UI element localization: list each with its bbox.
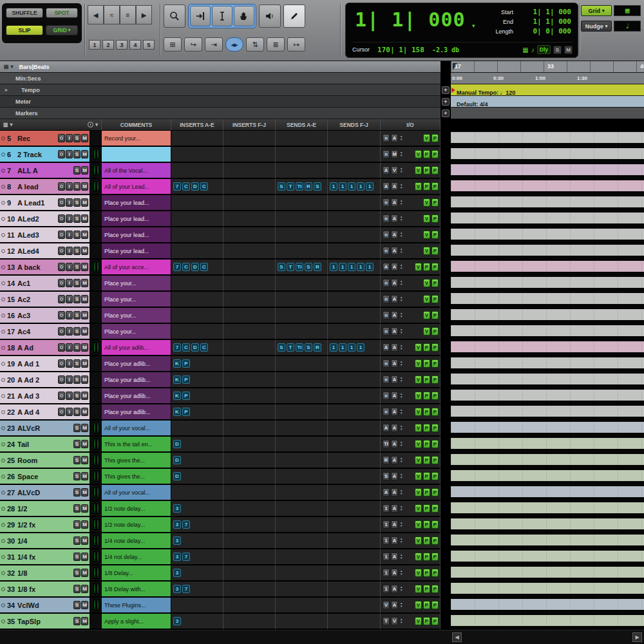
- send-slot-button[interactable]: 1: [330, 182, 337, 191]
- insert-plugin-button[interactable]: D: [191, 182, 199, 191]
- inserts-a-e-cell[interactable]: [171, 243, 223, 260]
- volume-button[interactable]: V: [415, 504, 422, 513]
- io-input-button[interactable]: 1: [383, 536, 390, 545]
- solo-button[interactable]: S: [73, 472, 80, 480]
- io-output-button[interactable]: A: [391, 504, 398, 513]
- zoom-toggle-button[interactable]: ⊞: [164, 37, 182, 52]
- column-header-inserts-a-e[interactable]: INSERTS A-E: [171, 119, 223, 130]
- timeline-lane[interactable]: [451, 147, 644, 163]
- io-output-button[interactable]: A: [391, 327, 398, 336]
- record-enable-button[interactable]: [58, 343, 65, 352]
- pan-right-button[interactable]: P: [431, 520, 439, 529]
- record-enable-button[interactable]: [58, 375, 65, 384]
- scrubber-tool-button[interactable]: [259, 5, 281, 28]
- io-updown-icon[interactable]: ▲▼: [400, 489, 402, 495]
- io-updown-icon[interactable]: ▲▼: [400, 473, 402, 479]
- io-cell[interactable]: TV▲▼VPP: [381, 614, 440, 630]
- send-slot-button[interactable]: T: [287, 343, 294, 352]
- track-name-cell[interactable]: 10ALed2ISM: [0, 211, 90, 227]
- inserts-f-j-cell[interactable]: [223, 163, 276, 179]
- mute-button[interactable]: M: [81, 311, 88, 319]
- io-output-button[interactable]: A: [391, 536, 398, 545]
- inserts-f-j-cell[interactable]: [223, 582, 276, 598]
- io-updown-icon[interactable]: ▲▼: [400, 200, 402, 205]
- insert-plugin-button[interactable]: P: [182, 392, 190, 400]
- sends-a-e-cell[interactable]: [276, 614, 328, 630]
- mute-button[interactable]: M: [81, 295, 88, 303]
- zoom-preset-2-button[interactable]: 2: [102, 40, 114, 50]
- input-monitor-button[interactable]: I: [66, 279, 73, 287]
- pan-right-button[interactable]: P: [431, 488, 439, 497]
- grid-indicator-icon[interactable]: ▦: [522, 46, 528, 53]
- inserts-f-j-cell[interactable]: [223, 324, 276, 340]
- sends-a-e-cell[interactable]: [276, 243, 328, 260]
- timeline-lane[interactable]: [451, 308, 644, 324]
- io-output-button[interactable]: A: [391, 263, 398, 271]
- io-output-button[interactable]: A: [391, 182, 398, 191]
- io-updown-icon[interactable]: ▲▼: [400, 296, 402, 302]
- inserts-f-j-cell[interactable]: [223, 485, 276, 501]
- inserts-a-e-cell[interactable]: 3: [171, 565, 223, 582]
- timeline-lane[interactable]: [451, 340, 644, 356]
- track-comment-cell[interactable]: All of your adlib...: [102, 340, 171, 356]
- io-cell[interactable]: nM▲▼VPP: [381, 147, 440, 163]
- inserts-a-e-cell[interactable]: [171, 163, 223, 179]
- input-monitor-button[interactable]: I: [66, 182, 73, 191]
- inserts-a-e-cell[interactable]: [171, 308, 223, 324]
- pan-right-button[interactable]: P: [431, 375, 439, 384]
- inserts-a-e-cell[interactable]: [171, 195, 223, 211]
- input-monitor-button[interactable]: I: [66, 231, 73, 239]
- insert-plugin-button[interactable]: C: [182, 343, 190, 352]
- inserts-a-e-cell[interactable]: [171, 485, 223, 501]
- io-output-button[interactable]: A: [391, 247, 398, 255]
- io-updown-icon[interactable]: ▲▼: [400, 248, 402, 254]
- inserts-a-e-cell[interactable]: 37: [171, 517, 223, 533]
- io-output-button[interactable]: A: [391, 408, 398, 416]
- io-output-button[interactable]: A: [391, 359, 398, 368]
- io-input-button[interactable]: R: [383, 456, 390, 464]
- volume-button[interactable]: V: [415, 359, 422, 368]
- volume-button[interactable]: V: [423, 231, 430, 239]
- sends-a-e-cell[interactable]: [276, 469, 328, 485]
- inserts-f-j-cell[interactable]: [223, 308, 276, 324]
- inserts-a-e-cell[interactable]: [171, 292, 223, 308]
- track-name-cell[interactable]: 7ALL ASM: [0, 163, 90, 179]
- end-value[interactable]: 1| 1| 000: [518, 17, 571, 26]
- send-slot-button[interactable]: S: [305, 263, 312, 271]
- track-comment-cell[interactable]: Place your lead...: [102, 243, 171, 260]
- pan-right-button[interactable]: P: [431, 553, 439, 561]
- insert-plugin-button[interactable]: K: [173, 408, 181, 416]
- smart-tool-group[interactable]: [188, 4, 256, 28]
- track-comment-cell[interactable]: Place your lead...: [102, 227, 171, 243]
- io-input-button[interactable]: n: [383, 392, 390, 400]
- sends-f-j-cell[interactable]: [328, 356, 381, 372]
- timeline-lane[interactable]: [451, 533, 644, 549]
- io-cell[interactable]: AA▲▼VPP: [381, 421, 440, 437]
- insert-plugin-button[interactable]: P: [182, 408, 190, 416]
- inserts-f-j-cell[interactable]: [223, 437, 276, 453]
- timeline-lane[interactable]: [451, 163, 644, 179]
- io-input-button[interactable]: n: [383, 231, 390, 239]
- timeline-lane[interactable]: [451, 131, 644, 147]
- timeline-lane[interactable]: [451, 211, 644, 227]
- track-comment-cell[interactable]: Place your lead...: [102, 211, 171, 227]
- send-slot-button[interactable]: 1: [348, 343, 355, 352]
- spot-mode-button[interactable]: SPOT: [46, 8, 78, 18]
- trimmer-tool-button[interactable]: [190, 6, 211, 26]
- io-updown-icon[interactable]: ▲▼: [400, 280, 402, 286]
- sends-a-e-cell[interactable]: [276, 372, 328, 388]
- io-updown-icon[interactable]: ▲▼: [400, 328, 402, 334]
- timeline-lane[interactable]: [451, 517, 644, 533]
- track-comment-cell[interactable]: 1/2 note delay...: [102, 517, 171, 533]
- ruler-label-markers[interactable]: Markers: [0, 108, 440, 119]
- inserts-a-e-cell[interactable]: 7CDC: [171, 260, 223, 276]
- insert-plugin-button[interactable]: K: [173, 375, 181, 384]
- mute-button[interactable]: M: [81, 553, 88, 561]
- solo-button[interactable]: S: [73, 231, 80, 239]
- track-name-cell[interactable]: 14Ac1ISM: [0, 276, 90, 292]
- io-cell[interactable]: SA▲▼VPP: [381, 469, 440, 485]
- sends-a-e-cell[interactable]: [276, 517, 328, 533]
- io-output-button[interactable]: A: [391, 134, 398, 142]
- sends-f-j-cell[interactable]: [328, 372, 381, 388]
- io-input-button[interactable]: A: [383, 488, 390, 497]
